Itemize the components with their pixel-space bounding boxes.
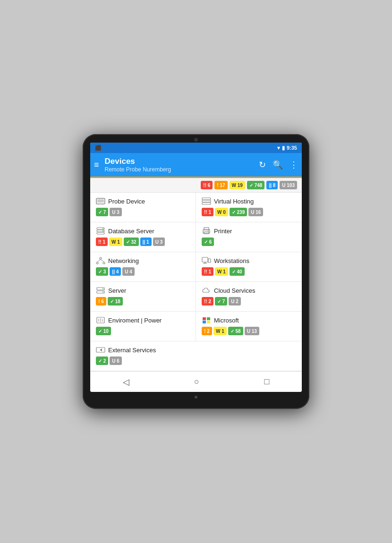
badge: !! 2 [202, 297, 213, 305]
device-card-virtual[interactable]: Virtual Hosting !! 1 W 0 ✓ 239 U 16 [196, 193, 302, 222]
device-header-environment: Enviroment | Power [96, 316, 190, 324]
svg-rect-23 [208, 259, 211, 263]
environment-name: Enviroment | Power [108, 317, 162, 324]
badge: ✓ 3 [96, 267, 108, 276]
badge: ! 2 [202, 327, 212, 335]
networking-name: Networking [108, 257, 139, 264]
svg-rect-35 [207, 321, 210, 323]
device-header-workstations: Workstations [202, 257, 296, 264]
device-card-networking[interactable]: Networking ✓ 3 || 4 U 4 [90, 252, 196, 282]
environment-icon [96, 316, 105, 324]
svg-rect-33 [207, 317, 210, 320]
printer-badges: ✓ 6 [202, 238, 296, 246]
device-card-probe[interactable]: Probe Device ✓ 7 U 3 [90, 193, 196, 222]
app-bar-titles: Devices Remote Probe Nuremberg [105, 157, 259, 173]
environment-badges: ✓ 10 [96, 327, 190, 335]
external-services-badges: ✓ 2 U 6 [96, 356, 296, 365]
badge: ! 6 [96, 297, 106, 305]
time-display: 9:35 [287, 145, 297, 151]
badge: !! 1 [96, 238, 108, 246]
svg-point-27 [102, 292, 103, 293]
badge: U 4 [122, 267, 135, 276]
badge: W 1 [109, 238, 122, 246]
external-services-icon [96, 346, 105, 354]
probe-device-name: Probe Device [108, 198, 145, 205]
svg-point-15 [100, 257, 102, 259]
device-header-virtual: Virtual Hosting [202, 197, 296, 205]
badge: ✓ 10 [96, 327, 111, 335]
camera-dot [194, 138, 198, 142]
summary-bar: !! 6 ! 17 W 19 ✓ 748 || 8 U 103 [90, 178, 302, 193]
bottom-nav: ◁ ○ □ [90, 371, 302, 392]
server-name: Server [108, 287, 126, 294]
badge: W 1 [213, 327, 227, 335]
device-card-printer[interactable]: Printer ✓ 6 [196, 222, 302, 252]
summary-badge-ok: ✓ 748 [247, 181, 264, 189]
badge: !! 1 [202, 267, 213, 276]
server-badges: ! 6 ✓ 18 [96, 297, 190, 305]
badge: ✓ 7 [215, 297, 227, 305]
virtual-hosting-badges: !! 1 W 0 ✓ 239 U 16 [202, 208, 296, 216]
usb-icon: ⬛ [95, 145, 102, 151]
app-title: Devices [105, 157, 259, 166]
probe-device-icon [96, 197, 105, 205]
svg-rect-2 [99, 204, 102, 204]
badge: ✓ 32 [124, 238, 139, 246]
search-icon[interactable]: 🔍 [273, 160, 283, 170]
badge: W 0 [215, 208, 228, 216]
badge: || 4 [110, 267, 121, 276]
status-bar-right: ▾ ▮ 9:35 [277, 145, 297, 151]
device-card-external[interactable]: External Services ✓ 2 U 6 [90, 341, 302, 371]
badge: !! 1 [202, 208, 213, 216]
cloud-services-name: Cloud Services [214, 287, 255, 294]
svg-point-10 [102, 230, 103, 231]
app-subtitle: Remote Probe Nuremberg [105, 166, 259, 173]
svg-rect-22 [203, 263, 207, 264]
svg-rect-4 [202, 200, 211, 202]
device-header-external: External Services [96, 346, 296, 354]
database-server-name: Database Server [108, 228, 154, 235]
badge: ✓ 7 [96, 208, 108, 216]
svg-point-9 [102, 228, 103, 229]
device-card-environment[interactable]: Enviroment | Power ✓ 10 [90, 312, 196, 341]
badge: U 6 [110, 356, 122, 365]
svg-rect-5 [202, 203, 211, 204]
wifi-icon: ▾ [277, 145, 280, 151]
svg-line-18 [97, 259, 101, 262]
device-card-database[interactable]: Database Server !! 1 W 1 ✓ 32 || 1 U 3 [90, 222, 196, 252]
cloud-services-badges: !! 2 ✓ 7 U 2 [202, 297, 296, 305]
more-icon[interactable]: ⋮ [290, 160, 298, 170]
recents-button[interactable]: □ [264, 377, 269, 387]
svg-point-17 [103, 262, 105, 264]
summary-badge-unknown: U 103 [280, 181, 297, 189]
cloud-services-icon [202, 287, 211, 294]
device-header-probe: Probe Device [96, 197, 190, 205]
device-card-cloud[interactable]: Cloud Services !! 2 ✓ 7 U 2 [196, 282, 302, 312]
microsoft-icon [202, 316, 211, 324]
virtual-hosting-icon [202, 197, 211, 205]
device-header-printer: Printer [202, 227, 296, 235]
svg-rect-21 [204, 262, 206, 263]
summary-badge-pause: || 8 [266, 181, 278, 189]
badge: W 1 [215, 267, 228, 276]
refresh-icon[interactable]: ↻ [259, 160, 266, 170]
networking-badges: ✓ 3 || 4 U 4 [96, 267, 190, 276]
svg-rect-34 [203, 321, 206, 323]
device-card-server[interactable]: Server ! 6 ✓ 18 [90, 282, 196, 312]
device-card-workstations[interactable]: Workstations !! 1 W 1 ✓ 40 [196, 252, 302, 282]
home-button[interactable]: ○ [194, 377, 199, 387]
svg-line-19 [101, 259, 104, 262]
microsoft-name: Microsoft [214, 317, 239, 324]
badge: ✓ 58 [228, 327, 243, 335]
bottom-speaker [195, 396, 197, 399]
back-button[interactable]: ◁ [123, 377, 129, 387]
svg-rect-20 [202, 257, 208, 262]
device-card-microsoft[interactable]: Microsoft ! 2 W 1 ✓ 58 U 13 [196, 312, 302, 341]
badge: || 1 [140, 238, 152, 246]
svg-rect-1 [97, 199, 104, 203]
menu-icon[interactable]: ≡ [94, 160, 99, 170]
badge: ✓ 40 [230, 267, 245, 276]
workstations-name: Workstations [214, 257, 249, 264]
device-header-cloud: Cloud Services [202, 287, 296, 294]
workstations-icon [202, 257, 211, 264]
